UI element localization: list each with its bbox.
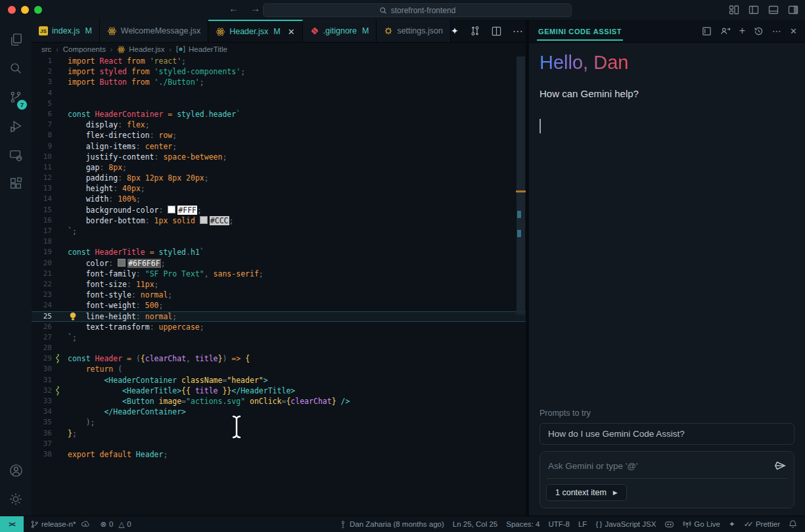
- scrollbar-thumb[interactable]: [517, 56, 525, 315]
- close-tab-icon[interactable]: ✕: [288, 27, 295, 37]
- remote-indicator[interactable]: ><: [0, 516, 24, 532]
- color-swatch[interactable]: [118, 259, 126, 267]
- settings-gear-icon[interactable]: [0, 485, 32, 514]
- prompt-suggestion-chip[interactable]: How do I use Gemini Code Assist?: [540, 423, 794, 445]
- code-line[interactable]: 19const HeaderTitle = styled.h1`: [32, 247, 526, 257]
- toggle-secondary-sidebar-icon[interactable]: [788, 5, 798, 15]
- sparkle-icon[interactable]: ✦: [729, 520, 735, 529]
- history-icon[interactable]: [754, 26, 764, 36]
- code-line[interactable]: 17`;: [32, 226, 526, 236]
- whiteboard-icon[interactable]: [702, 26, 712, 36]
- minimize-window-button[interactable]: [21, 6, 29, 14]
- tab-settings-json[interactable]: settings.json: [377, 20, 450, 42]
- go-live[interactable]: Go Live: [683, 520, 720, 529]
- gemini-input[interactable]: Ask Gemini or type '@': [548, 461, 774, 471]
- code-line[interactable]: 13 height: 40px;: [32, 183, 526, 194]
- branch-indicator[interactable]: release-n*: [30, 520, 90, 529]
- close-window-button[interactable]: [8, 6, 16, 14]
- code-line[interactable]: 21 font-family: "SF Pro Text", sans-seri…: [32, 269, 526, 279]
- source-control-icon[interactable]: 7: [0, 83, 32, 112]
- more-icon[interactable]: ⋯: [772, 26, 781, 36]
- nav-forward-icon[interactable]: →: [250, 3, 260, 14]
- open-changes-icon[interactable]: [470, 26, 480, 36]
- color-swatch[interactable]: [168, 206, 175, 213]
- code-line[interactable]: 3import Button from './Button';: [32, 77, 526, 87]
- breadcrumb-symbol[interactable]: HeaderTitle: [176, 45, 227, 53]
- customize-layout-icon[interactable]: [729, 5, 739, 15]
- command-center-search[interactable]: storefront-frontend: [263, 3, 572, 17]
- code-line[interactable]: 16 border-bottom: 1px solid #CCC;: [32, 215, 526, 226]
- code-line[interactable]: 6const HeaderContainer = styled.header`: [32, 109, 526, 120]
- toggle-primary-sidebar-icon[interactable]: [748, 5, 759, 15]
- indentation[interactable]: Spaces: 4: [506, 520, 540, 528]
- code-line[interactable]: 35 );: [32, 417, 526, 428]
- close-icon[interactable]: ✕: [790, 26, 797, 36]
- code-line[interactable]: 1import React from 'react';: [32, 56, 526, 66]
- notifications-bell-icon[interactable]: [789, 520, 797, 529]
- maximize-window-button[interactable]: [34, 6, 42, 14]
- code-line[interactable]: 32 <HeaderTitle>{{ title }}</HeaderTitle…: [32, 386, 526, 396]
- code-line[interactable]: 10 justify-content: space-between;: [32, 152, 526, 162]
- nav-back-icon[interactable]: ←: [229, 3, 239, 14]
- code-line[interactable]: 23 font-style: normal;: [32, 290, 526, 300]
- code-line[interactable]: 11 gap: 8px;: [32, 162, 526, 173]
- git-blame[interactable]: Dan Zaharia (8 months ago): [339, 520, 444, 528]
- code-editor[interactable]: 1import React from 'react';2import style…: [32, 56, 526, 516]
- language-mode[interactable]: { } JavaScript JSX: [595, 520, 656, 528]
- toggle-panel-icon[interactable]: [768, 5, 779, 15]
- code-line[interactable]: 12 padding: 8px 12px 8px 20px;: [32, 173, 526, 183]
- split-editor-icon[interactable]: [492, 26, 501, 36]
- tab-welcomemessage-jsx[interactable]: WelcomeMessage.jsx: [100, 20, 208, 42]
- tab-gitignore[interactable]: .gitignoreM: [303, 20, 377, 42]
- code-line[interactable]: 30 return (: [32, 364, 526, 374]
- code-line[interactable]: 26 text-transform: uppercase;: [32, 322, 526, 332]
- code-line[interactable]: 4: [32, 88, 526, 99]
- search-sidebar-icon[interactable]: [0, 54, 32, 83]
- code-line[interactable]: 31 <HeaderContainer className="header">: [32, 375, 526, 386]
- more-actions-icon[interactable]: ⋯: [513, 25, 523, 37]
- code-line[interactable]: 7 display: flex;: [32, 120, 526, 130]
- explorer-icon[interactable]: [0, 25, 32, 54]
- code-line[interactable]: 18: [32, 236, 526, 247]
- account-icon[interactable]: [0, 456, 32, 485]
- code-line[interactable]: 34 </HeaderContainer>: [32, 407, 526, 417]
- code-line[interactable]: 20 color: #6F6F6F;: [32, 258, 526, 269]
- send-icon[interactable]: [774, 460, 786, 471]
- editor-scrollbar[interactable]: [516, 56, 526, 516]
- context-items-button[interactable]: 1 context item ▶: [546, 484, 627, 501]
- remote-explorer-icon[interactable]: [0, 141, 32, 169]
- eol-selector[interactable]: LF: [578, 520, 587, 528]
- code-line[interactable]: 28: [32, 343, 526, 353]
- tab-header-jsx[interactable]: Header.jsxM ✕: [208, 20, 302, 42]
- gemini-tab-title[interactable]: GEMINI CODE ASSIST: [537, 21, 623, 41]
- breadcrumb-file[interactable]: Header.jsx: [117, 45, 164, 54]
- lightbulb-icon[interactable]: [69, 312, 77, 321]
- code-line[interactable]: 24 font-weight: 500;: [32, 300, 526, 311]
- code-line[interactable]: 8 flex-direction: row;: [32, 130, 526, 141]
- code-line[interactable]: 15 background-color: #FFF;: [32, 205, 526, 215]
- share-person-icon[interactable]: [720, 26, 731, 36]
- code-line[interactable]: 29const Header = ({clearChat, title}) =>…: [32, 353, 526, 364]
- extensions-icon[interactable]: [0, 169, 32, 198]
- code-line[interactable]: 22 font-size: 11px;: [32, 279, 526, 290]
- tab-index-js[interactable]: JS index.jsM: [32, 20, 100, 42]
- code-line[interactable]: 5: [32, 99, 526, 109]
- breadcrumb-src[interactable]: src: [41, 45, 51, 53]
- problems-indicator[interactable]: ⊗0 △0: [100, 520, 131, 529]
- copilot-icon[interactable]: [664, 520, 674, 529]
- breadcrumb-components[interactable]: Components: [63, 45, 106, 53]
- code-line[interactable]: 25 line-height: normal;: [32, 311, 526, 322]
- code-line[interactable]: 9 align-items: center;: [32, 141, 526, 152]
- formatter-indicator[interactable]: ✓✓ Prettier: [744, 520, 780, 529]
- encoding[interactable]: UTF-8: [548, 520, 570, 528]
- run-debug-icon[interactable]: [0, 112, 32, 141]
- code-line[interactable]: 2import styled from 'styled-components';: [32, 66, 526, 77]
- cursor-position[interactable]: Ln 25, Col 25: [453, 520, 497, 528]
- color-swatch[interactable]: [200, 216, 208, 224]
- code-line[interactable]: 37: [32, 439, 526, 449]
- code-line[interactable]: 14 width: 100%;: [32, 194, 526, 204]
- code-line[interactable]: 38export default Header;: [32, 449, 526, 460]
- code-line[interactable]: 36};: [32, 428, 526, 439]
- new-chat-icon[interactable]: +: [739, 25, 745, 37]
- gemini-sparkle-icon[interactable]: ✦: [451, 26, 459, 36]
